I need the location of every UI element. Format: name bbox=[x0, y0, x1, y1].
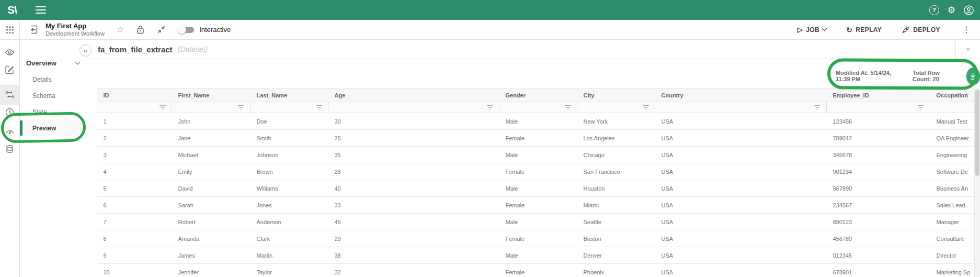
history-clock-icon[interactable] bbox=[0, 104, 19, 120]
edit-icon[interactable] bbox=[0, 62, 19, 77]
nav-item-schema[interactable]: Schema bbox=[20, 87, 86, 104]
help-icon[interactable]: ? bbox=[929, 5, 939, 15]
more-options-icon[interactable]: ⋮ bbox=[960, 25, 973, 35]
filter-icon[interactable] bbox=[917, 104, 925, 110]
job-button[interactable]: ▷ JOB bbox=[797, 26, 826, 34]
table-row[interactable]: 9JamesMartin38MaleDenverUSA012345Directo… bbox=[97, 247, 980, 264]
filter-icon[interactable] bbox=[642, 104, 649, 110]
table-cell: 012345 bbox=[827, 247, 930, 264]
table-row[interactable]: 2JaneSmith25FemaleLos AngelesUSA789012QA… bbox=[97, 130, 980, 147]
nav-section-overview[interactable]: Overview bbox=[20, 54, 86, 71]
table-header-row: IDFirst_NameLast_NameAgeGenderCityCountr… bbox=[97, 89, 980, 102]
table-cell: Female bbox=[499, 130, 577, 147]
dataset-titlebar: « fa_from_file_extract (Dataset) × bbox=[86, 40, 980, 59]
table-cell: Jones bbox=[250, 197, 328, 214]
panel-collapse-button[interactable]: « bbox=[79, 45, 92, 57]
column-header-last_name[interactable]: Last_Name bbox=[250, 89, 328, 102]
monitor-eye-icon[interactable] bbox=[0, 45, 19, 60]
table-row[interactable]: 7RobertAnderson45MaleSeattleUSA890123Man… bbox=[97, 214, 980, 230]
filter-icon[interactable] bbox=[814, 104, 821, 110]
filter-icon[interactable] bbox=[159, 104, 166, 110]
table-row[interactable]: 10JenniferTaylor32FemalePhoenixUSA678901… bbox=[97, 264, 980, 277]
collapse-view-icon[interactable] bbox=[157, 25, 166, 34]
filter-cell[interactable] bbox=[172, 102, 250, 113]
table-cell: Jennifer bbox=[172, 264, 250, 277]
column-header-gender[interactable]: Gender bbox=[499, 89, 577, 102]
table-cell: USA bbox=[655, 113, 827, 130]
menu-icon[interactable] bbox=[36, 6, 46, 14]
close-icon[interactable]: × bbox=[964, 44, 973, 56]
favorite-star-icon[interactable]: ☆ bbox=[116, 24, 124, 35]
filter-cell[interactable] bbox=[328, 102, 499, 113]
scrollbar-thumb[interactable] bbox=[975, 90, 979, 176]
column-header-id[interactable]: ID bbox=[97, 89, 172, 102]
table-cell: Male bbox=[499, 147, 577, 163]
filter-icon[interactable] bbox=[486, 104, 494, 110]
rocket-icon bbox=[902, 26, 910, 34]
interactive-toggle[interactable] bbox=[178, 27, 194, 33]
table-cell: USA bbox=[655, 197, 827, 214]
settings-gear-icon[interactable]: ⚙ bbox=[948, 6, 955, 15]
filter-cell[interactable] bbox=[577, 102, 655, 113]
table-cell: 1 bbox=[97, 113, 172, 130]
table-cell: USA bbox=[655, 180, 827, 197]
table-cell: New York bbox=[577, 113, 655, 130]
table-row[interactable]: 1JohnDoe30MaleNew YorkUSA123456Manual Te… bbox=[97, 113, 980, 130]
table-row[interactable]: 6SarahJones33FemaleMiamiUSA234567Sales L… bbox=[97, 197, 980, 214]
table-cell: Amanda bbox=[172, 230, 250, 247]
column-header-occupation[interactable]: Occupation bbox=[930, 89, 980, 102]
column-header-employee_id[interactable]: Employee_ID bbox=[827, 89, 930, 102]
column-header-first_name[interactable]: First_Name bbox=[172, 89, 250, 102]
table-row[interactable]: 4EmilyBrown28FemaleSan FranciscoUSA90123… bbox=[97, 163, 980, 180]
table-cell: 3 bbox=[97, 147, 172, 163]
table-cell: 30 bbox=[328, 113, 499, 130]
filter-cell[interactable] bbox=[930, 102, 980, 113]
preview-gauge-icon[interactable] bbox=[0, 123, 19, 138]
filter-cell[interactable] bbox=[655, 102, 827, 113]
table-meta-row: Modified At: 5/14/24, 11:39 PM Total Row… bbox=[836, 67, 980, 85]
table-row[interactable]: 8AmandaClark29FemaleBostonUSA456789Consu… bbox=[97, 230, 980, 247]
table-cell: 40 bbox=[328, 180, 499, 197]
nav-item-state[interactable]: State bbox=[20, 104, 86, 120]
exit-workflow-icon[interactable] bbox=[28, 25, 38, 35]
filter-cell[interactable] bbox=[827, 102, 930, 113]
table-cell: Brown bbox=[250, 163, 328, 180]
chevron-down-icon bbox=[75, 59, 81, 64]
filter-icon[interactable] bbox=[315, 104, 323, 110]
column-header-age[interactable]: Age bbox=[328, 89, 499, 102]
column-header-country[interactable]: Country bbox=[655, 89, 827, 102]
filter-icon[interactable] bbox=[564, 104, 572, 110]
table-cell: 38 bbox=[328, 247, 499, 264]
table-cell: 123456 bbox=[827, 113, 930, 130]
app-root: S\ ? ⚙ My First App Development Workflow… bbox=[0, 0, 980, 277]
download-button[interactable] bbox=[966, 68, 980, 85]
deploy-button[interactable]: DEPLOY bbox=[902, 26, 940, 34]
table-cell: Clark bbox=[250, 230, 328, 247]
preview-table-container: IDFirst_NameLast_NameAgeGenderCityCountr… bbox=[97, 88, 980, 277]
replay-button[interactable]: ↻ REPLAY bbox=[846, 26, 882, 34]
account-icon[interactable] bbox=[964, 5, 974, 15]
nav-item-details[interactable]: Details bbox=[20, 71, 86, 87]
filter-cell[interactable] bbox=[499, 102, 577, 113]
apps-grid-icon[interactable] bbox=[6, 26, 14, 34]
table-row[interactable]: 5DavidWilliams40MaleHoustonUSA567890Busi… bbox=[97, 180, 980, 197]
lock-icon[interactable] bbox=[136, 25, 144, 34]
pipeline-icon[interactable] bbox=[0, 87, 19, 103]
filter-icon[interactable] bbox=[237, 104, 245, 110]
table-cell: 25 bbox=[328, 130, 499, 147]
nav-item-preview[interactable]: Preview bbox=[20, 120, 86, 136]
filter-cell[interactable] bbox=[97, 102, 172, 113]
filter-cell[interactable] bbox=[250, 102, 328, 113]
table-cell: Taylor bbox=[250, 264, 328, 277]
table-row[interactable]: 3MichaelJohnson35MaleChicagoUSA345678Eng… bbox=[97, 147, 980, 163]
app-title[interactable]: My First App bbox=[45, 23, 105, 30]
column-header-city[interactable]: City bbox=[577, 89, 655, 102]
table-cell: 9 bbox=[97, 247, 172, 264]
lineage-stack-icon[interactable] bbox=[0, 141, 19, 157]
table-cell: Smith bbox=[250, 130, 328, 147]
table-cell: 678901 bbox=[827, 264, 930, 277]
overview-nav-panel: Overview DetailsSchemaStatePreview bbox=[20, 40, 86, 277]
vertical-scrollbar[interactable] bbox=[974, 88, 980, 277]
table-filter-row bbox=[97, 102, 980, 113]
table-cell: 456789 bbox=[827, 230, 930, 247]
